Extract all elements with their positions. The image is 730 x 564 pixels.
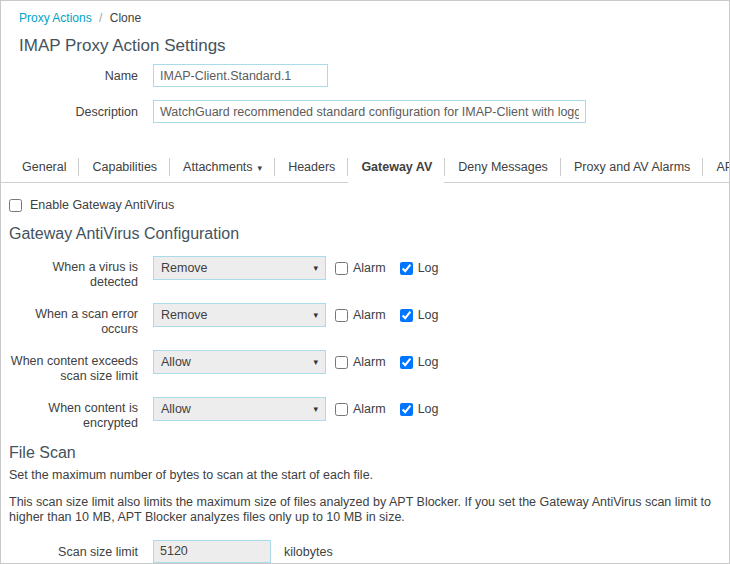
tab-capabilities[interactable]: Capabilities	[79, 153, 170, 182]
virus-detected-log-group[interactable]: Log	[400, 256, 439, 275]
breadcrumb-separator: /	[99, 11, 102, 25]
name-field-row: Name	[1, 64, 729, 87]
file-scan-description-1: Set the maximum number of bytes to scan …	[9, 468, 711, 484]
scan-error-select[interactable]: Remove ▾	[153, 303, 326, 327]
breadcrumb: Proxy Actions / Clone	[1, 1, 729, 25]
tab-apt-blocker[interactable]: APT Blocker	[703, 153, 730, 182]
name-input[interactable]	[153, 64, 328, 87]
content-encrypted-select-value: Allow	[161, 402, 191, 416]
virus-detected-alarm-checkbox[interactable]	[335, 262, 348, 275]
scan-error-log-group[interactable]: Log	[400, 303, 439, 322]
virus-detected-row: When a virus is detected Remove ▾ Alarm …	[1, 256, 729, 290]
name-label: Name	[9, 64, 138, 84]
tab-bar: General Capabilities Attachments▾ Header…	[1, 153, 729, 183]
content-exceeds-alarm-checkbox[interactable]	[335, 356, 348, 369]
content-encrypted-alarm-group[interactable]: Alarm	[335, 397, 386, 416]
content-exceeds-log-checkbox[interactable]	[400, 356, 413, 369]
virus-detected-log-checkbox[interactable]	[400, 262, 413, 275]
log-label: Log	[418, 261, 439, 275]
virus-detected-select-value: Remove	[161, 261, 208, 275]
tab-proxy-and-av-alarms[interactable]: Proxy and AV Alarms	[561, 153, 704, 182]
log-label: Log	[418, 308, 439, 322]
chevron-down-icon: ▾	[313, 263, 318, 273]
content-encrypted-row: When content is encrypted Allow ▾ Alarm …	[1, 397, 729, 431]
tab-deny-messages[interactable]: Deny Messages	[445, 153, 561, 182]
content-exceeds-select-value: Allow	[161, 355, 191, 369]
scan-size-limit-row: Scan size limit kilobytes	[1, 540, 729, 563]
content-encrypted-select[interactable]: Allow ▾	[153, 397, 326, 421]
file-scan-heading: File Scan	[9, 444, 729, 462]
tab-headers[interactable]: Headers	[275, 153, 348, 182]
scan-error-row: When a scan error occurs Remove ▾ Alarm …	[1, 303, 729, 337]
alarm-label: Alarm	[353, 355, 386, 369]
virus-detected-select[interactable]: Remove ▾	[153, 256, 326, 280]
breadcrumb-link-proxy-actions[interactable]: Proxy Actions	[19, 11, 92, 25]
scan-error-alarm-checkbox[interactable]	[335, 309, 348, 322]
scan-error-label: When a scan error occurs	[9, 303, 138, 337]
tab-attachments-label: Attachments	[183, 160, 252, 174]
enable-gateway-antivirus-row[interactable]: Enable Gateway AntiVirus	[9, 198, 729, 212]
breadcrumb-current-clone: Clone	[110, 11, 141, 25]
chevron-down-icon: ▾	[258, 163, 263, 173]
enable-gateway-antivirus-checkbox[interactable]	[9, 199, 22, 212]
alarm-label: Alarm	[353, 308, 386, 322]
enable-gateway-antivirus-label: Enable Gateway AntiVirus	[30, 198, 174, 212]
tab-attachments[interactable]: Attachments▾	[170, 153, 275, 182]
scan-error-alarm-group[interactable]: Alarm	[335, 303, 386, 322]
content-encrypted-label: When content is encrypted	[9, 397, 138, 431]
file-scan-description-2: This scan size limit also limits the max…	[9, 495, 711, 526]
scan-size-unit-label: kilobytes	[284, 540, 333, 559]
imap-proxy-settings-page: Proxy Actions / Clone IMAP Proxy Action …	[0, 0, 730, 564]
log-label: Log	[418, 355, 439, 369]
content-exceeds-alarm-group[interactable]: Alarm	[335, 350, 386, 369]
virus-detected-label: When a virus is detected	[9, 256, 138, 290]
content-exceeds-log-group[interactable]: Log	[400, 350, 439, 369]
scan-size-limit-label: Scan size limit	[9, 540, 138, 560]
gateway-antivirus-configuration-heading: Gateway AntiVirus Configuration	[9, 225, 729, 243]
content-encrypted-alarm-checkbox[interactable]	[335, 403, 348, 416]
content-encrypted-log-checkbox[interactable]	[400, 403, 413, 416]
description-input[interactable]	[153, 100, 586, 123]
chevron-down-icon: ▾	[313, 404, 318, 414]
chevron-down-icon: ▾	[313, 310, 318, 320]
log-label: Log	[418, 402, 439, 416]
tab-gateway-av[interactable]: Gateway AV	[348, 153, 445, 182]
chevron-down-icon: ▾	[313, 357, 318, 367]
virus-detected-alarm-group[interactable]: Alarm	[335, 256, 386, 275]
gateway-av-tab-content: Enable Gateway AntiVirus Gateway AntiVir…	[1, 198, 729, 564]
alarm-label: Alarm	[353, 402, 386, 416]
scan-error-select-value: Remove	[161, 308, 208, 322]
scan-error-log-checkbox[interactable]	[400, 309, 413, 322]
page-title: IMAP Proxy Action Settings	[19, 36, 729, 56]
alarm-label: Alarm	[353, 261, 386, 275]
content-exceeds-label: When content exceeds scan size limit	[9, 350, 138, 384]
scan-size-limit-input[interactable]	[153, 540, 271, 563]
description-field-row: Description	[1, 100, 729, 123]
content-encrypted-log-group[interactable]: Log	[400, 397, 439, 416]
content-exceeds-select[interactable]: Allow ▾	[153, 350, 326, 374]
description-label: Description	[9, 100, 138, 120]
tab-general[interactable]: General	[9, 153, 79, 182]
content-exceeds-row: When content exceeds scan size limit All…	[1, 350, 729, 384]
